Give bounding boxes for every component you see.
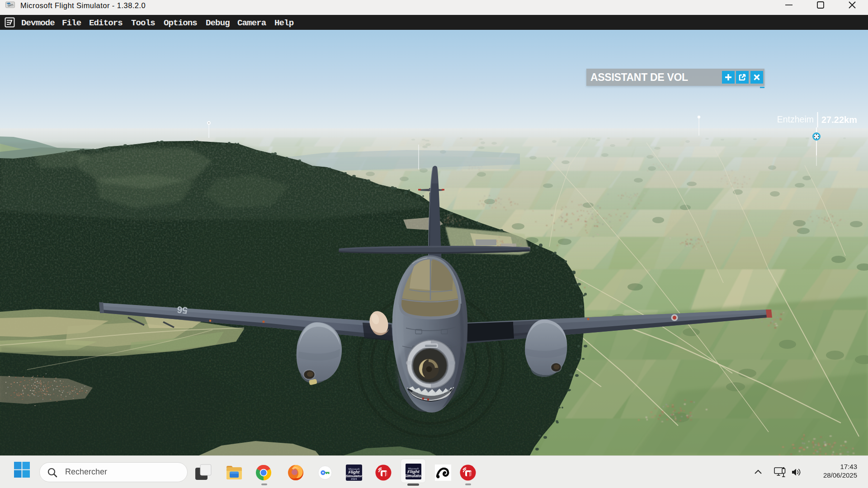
svg-text:56: 56: [176, 305, 188, 316]
svg-text:2024: 2024: [351, 478, 357, 480]
svg-text:Simulator: Simulator: [405, 474, 422, 478]
